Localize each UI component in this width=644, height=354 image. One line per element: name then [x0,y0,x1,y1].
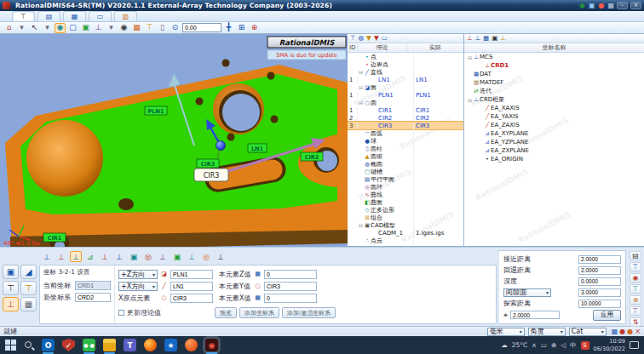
network-icon[interactable]: ⊕ [551,341,556,350]
probe-cube-icon[interactable]: ⊞ [236,23,247,33]
probe-icon[interactable]: ⊤ [630,262,641,271]
csys-icon-13[interactable]: ⊥ [215,251,227,262]
ime-chinese-icon[interactable]: 中 [570,341,577,350]
coordinate-tree-row[interactable]: EA_ZAXIS [464,121,644,129]
axis-triad-icon[interactable]: ⊥ [93,23,104,33]
actual-column-header[interactable]: 实际 [407,43,463,52]
chevron-down-icon[interactable]: ▾ [42,23,53,33]
volume-icon[interactable]: ◁ [561,341,566,350]
theory-column-header[interactable]: 理论 [358,43,407,52]
csys-icon-3[interactable]: ⊥ [70,251,82,262]
z-direction-select[interactable]: +Z方向 [118,270,158,279]
probe-angle-icon[interactable]: ⊤ [144,23,155,33]
grid-icon[interactable]: ▦ [483,35,489,42]
csys-icon-9[interactable]: ⊥ [157,251,169,262]
origin-sphere[interactable] [216,141,226,151]
cmm-machine-icon[interactable]: ▦ [20,297,37,311]
x-value-input[interactable] [264,294,317,303]
plane-measure-icon[interactable]: ◢ [20,265,37,279]
counterbore-hole[interactable] [222,94,260,131]
coordinate-tree-row[interactable]: EA_ORIGIN [464,155,644,163]
probe-pair-icon[interactable]: ⊕ [249,23,260,33]
feature-tree-row[interactable]: ⊟ CAD模型 [348,221,463,229]
retract-distance-input[interactable] [578,266,621,275]
close-button[interactable]: × [630,2,641,9]
eye-icon[interactable]: ◉ [118,23,129,33]
feature-tree-row[interactable]: ⊟ 面 [348,83,463,91]
alert-dot-icon[interactable]: ● [627,328,633,335]
category-select[interactable]: Cat [569,328,607,336]
coordinate-tree-row[interactable]: EA_YAXIS [464,112,644,121]
ln1-label[interactable]: LN1 [248,144,267,152]
trash-icon[interactable]: ▯ [157,23,168,33]
coordinate-tree-row[interactable]: EA_ZXPLANE [464,146,644,155]
boss-dome[interactable] [26,120,103,197]
units-select[interactable]: 毫米 [487,328,525,336]
probe-ball-icon[interactable]: ⊙ [170,23,181,33]
action-button[interactable]: 预览 [215,307,237,318]
probe-filter-icon[interactable]: ⊤ [350,35,356,42]
cir2-label[interactable]: CIR2 [301,152,323,161]
chevron-up-icon[interactable]: ∧ [532,341,537,350]
action-button[interactable]: 添加/激活坐标系 [282,307,336,318]
document-tab-icon[interactable]: ▤ [37,11,60,21]
cir3-label[interactable]: CIR3 [197,159,219,168]
chevron-down-icon[interactable]: ▾ [106,23,117,33]
cube-measure-icon[interactable]: ▣ [3,265,19,279]
move-cross-icon[interactable]: ╋ [223,23,234,33]
layers-tab-icon[interactable]: ▥ [114,11,137,21]
axis-tab-icon[interactable]: ⊥ [467,35,473,42]
coordinate-name-column-header[interactable]: 坐标名称 [464,43,644,52]
probe-icon-3[interactable]: ⊤ [630,306,641,316]
feature-tree-row[interactable]: ⊟ 圆 [348,99,463,106]
rationaldmis-icon[interactable]: ◉ [205,339,218,351]
orbit-rotate-icon[interactable]: ◉ [55,23,66,33]
funnel-yellow-icon[interactable]: ▼ [366,35,371,42]
sync-icon[interactable]: ⇅ [630,317,641,327]
coordinate-tree-row[interactable]: EA_XYPLANE [464,129,644,138]
printer-icon[interactable]: ▤ [630,251,641,260]
chat-tab-icon[interactable]: ▭ [89,11,112,21]
feature-tree-row[interactable]: ⊟ 直线 [348,68,463,76]
color-palette-icon[interactable]: ▦ [131,23,142,33]
update-theoretical-checkbox[interactable] [118,310,124,316]
funnel-red-icon[interactable]: ▼ [374,35,379,42]
feature-tree-row[interactable]: 点云 [348,237,463,244]
explorer-icon[interactable] [103,339,116,351]
probe-icon-2[interactable]: ⊤ [630,284,641,294]
coordinate-tree-row[interactable]: ⊟ MCS [464,53,644,61]
coordinate-tree-row[interactable]: DAT [464,70,644,78]
csys-icon-7[interactable]: ▣ [128,251,140,262]
coordinate-tree-row[interactable]: ⊟ CRD框架 [464,95,644,104]
window-switch-icon[interactable]: ▣ [589,3,595,9]
magnifier-icon[interactable]: ◉ [630,273,641,283]
sphere-app-icon[interactable] [185,339,198,351]
coordinate-tree-row[interactable]: CRD1 [464,61,644,70]
capture-icon[interactable]: ▦ [607,3,614,9]
game-controller-icon[interactable]: ◉ [579,3,585,9]
clearance-plane-input[interactable] [578,288,621,297]
home-icon[interactable]: ⌂ [3,23,14,33]
teams-icon[interactable]: T [124,339,136,351]
coordinate-system-icon[interactable]: ⊥ [3,297,19,311]
approach-distance-input[interactable] [578,255,621,264]
globe-icon[interactable]: ◍ [359,35,365,42]
monitor-icon[interactable]: ▭ [382,35,388,42]
expander-icon[interactable]: ⊟ [358,69,364,75]
security-shield-icon[interactable]: ✓ [62,339,75,351]
csys-icon-6[interactable]: ⊥ [113,251,125,262]
expander-icon[interactable]: ⊟ [358,100,364,106]
probe-distance-input[interactable] [510,311,560,319]
feature-tree-row[interactable]: 2 CIR2 CIR2 [348,114,463,122]
cir1-label[interactable]: CIR1 [43,233,66,242]
gear-icon[interactable]: ⊛ [630,295,641,305]
x-direction-select[interactable]: +X方向 [118,282,158,291]
origin-feature-input[interactable] [170,294,213,303]
pigeon-app-icon[interactable]: ★ [164,339,177,351]
axis-gold-icon[interactable]: ⊥ [500,35,506,42]
depth-input[interactable] [578,277,621,286]
y-value-input[interactable] [264,282,317,291]
minimize-button[interactable]: – [617,2,628,9]
display-icon[interactable]: ▭ [541,341,547,350]
csys-icon-5[interactable]: ⊥ [99,251,111,262]
